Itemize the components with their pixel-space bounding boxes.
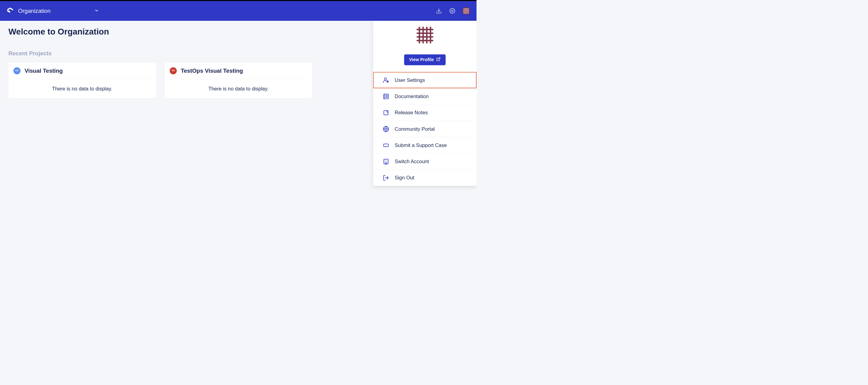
- empty-state-message: There is no data to display.: [13, 79, 151, 92]
- menu-item-community-portal[interactable]: Community Portal: [373, 121, 476, 137]
- project-badge: TV: [169, 67, 177, 74]
- empty-state-message: There is no data to display.: [169, 79, 307, 92]
- project-card[interactable]: TV TestOps Visual Testing There is no da…: [165, 63, 312, 98]
- user-avatar-large: [416, 26, 434, 44]
- main-content: Welcome to Organization Recent Projects …: [0, 21, 476, 104]
- menu-item-release-notes[interactable]: Release Notes: [373, 105, 476, 121]
- documentation-icon: [382, 93, 389, 100]
- svg-point-19: [384, 78, 386, 80]
- menu-item-label: Release Notes: [395, 110, 428, 116]
- community-portal-icon: [382, 126, 389, 132]
- menu-list: User Settings Documentation Release Note…: [373, 72, 476, 186]
- chevron-down-icon: [94, 8, 99, 14]
- top-navbar: Organization: [0, 0, 476, 21]
- user-settings-icon: [382, 77, 389, 83]
- project-name: Visual Testing: [25, 68, 63, 74]
- external-link-icon: [436, 57, 440, 63]
- menu-item-sign-out[interactable]: Sign Out: [373, 170, 476, 186]
- support-ticket-icon: [382, 142, 389, 148]
- project-card[interactable]: VT Visual Testing There is no data to di…: [8, 63, 156, 98]
- menu-item-label: Switch Account: [395, 159, 429, 164]
- menu-item-switch-account[interactable]: Switch Account: [373, 153, 476, 170]
- svg-line-18: [438, 58, 440, 60]
- sign-out-icon: [382, 174, 389, 181]
- topbar-actions: [436, 7, 470, 15]
- view-profile-label: View Profile: [409, 57, 434, 62]
- menu-item-label: Submit a Support Case: [395, 142, 447, 148]
- project-name: TestOps Visual Testing: [181, 68, 243, 74]
- svg-rect-36: [385, 163, 386, 164]
- app-logo[interactable]: [7, 8, 13, 14]
- view-profile-button[interactable]: View Profile: [404, 55, 446, 65]
- organization-label: Organization: [18, 8, 51, 14]
- menu-item-user-settings[interactable]: User Settings: [373, 72, 476, 88]
- download-icon[interactable]: [436, 8, 442, 14]
- menu-item-label: Sign Out: [395, 175, 414, 181]
- menu-item-documentation[interactable]: Documentation: [373, 88, 476, 105]
- menu-item-label: Community Portal: [395, 126, 435, 132]
- menu-item-label: User Settings: [395, 77, 425, 83]
- svg-rect-26: [384, 111, 388, 115]
- project-badge: VT: [13, 67, 21, 74]
- svg-rect-29: [384, 159, 388, 164]
- user-dropdown-menu: View Profile User Settings Documentation: [373, 21, 476, 186]
- svg-point-1: [452, 10, 453, 12]
- release-notes-icon: [382, 109, 389, 116]
- svg-point-20: [387, 81, 388, 82]
- switch-account-icon: [382, 158, 389, 165]
- user-avatar-small[interactable]: [462, 7, 470, 15]
- menu-item-support-case[interactable]: Submit a Support Case: [373, 137, 476, 153]
- settings-gear-icon[interactable]: [449, 8, 456, 14]
- menu-item-label: Documentation: [395, 94, 429, 99]
- organization-selector[interactable]: Organization: [18, 8, 99, 14]
